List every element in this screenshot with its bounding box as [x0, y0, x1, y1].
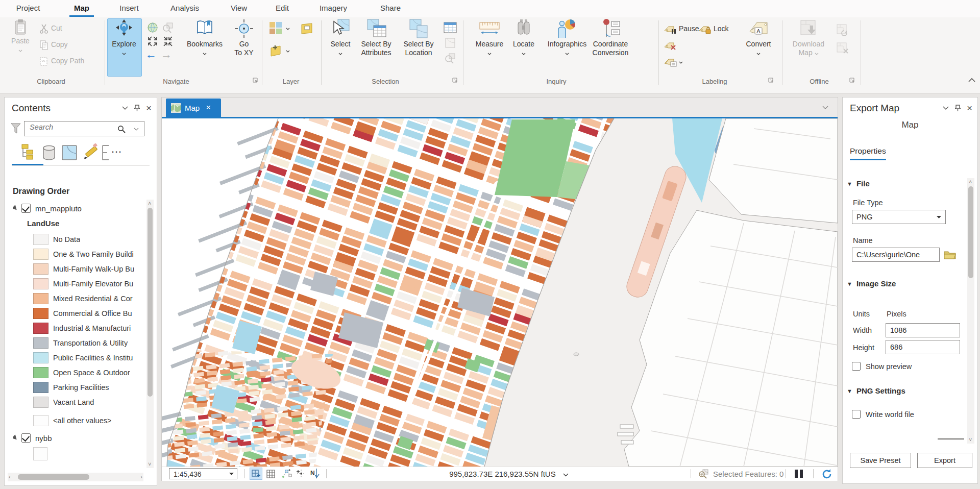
list-by-data-source-icon[interactable]: [40, 144, 58, 161]
go-to-xy-button[interactable]: GoTo XY: [230, 18, 258, 57]
fixed-zoom-in-icon[interactable]: [146, 36, 159, 47]
legend-item[interactable]: Parking Facilities: [13, 380, 143, 395]
legend-swatch[interactable]: [33, 308, 48, 319]
snap-edge-icon[interactable]: [296, 469, 306, 479]
export-panel-close-icon[interactable]: ×: [967, 105, 972, 111]
fixed-zoom-out-icon[interactable]: [162, 36, 174, 47]
legend-swatch[interactable]: [33, 382, 48, 393]
pause-drawing-button[interactable]: [795, 470, 803, 478]
ribbon-tab-analysis[interactable]: Analysis: [162, 0, 207, 17]
scroll-down-icon[interactable]: ˅: [969, 437, 972, 443]
layer-row-mappluto[interactable]: mn_mappluto: [13, 201, 143, 215]
scrollbar-thumb[interactable]: [148, 208, 153, 397]
coordinate-conversion-button[interactable]: CoordinateConversion: [587, 18, 634, 57]
legend-swatch[interactable]: [33, 278, 48, 289]
add-data-button[interactable]: [269, 44, 290, 57]
export-panel-menu-icon[interactable]: [943, 106, 949, 110]
labeling-dialog-launcher-icon[interactable]: [767, 77, 774, 84]
convert-labels-button[interactable]: A Convert: [741, 18, 776, 57]
scale-dropdown-icon[interactable]: [229, 473, 234, 476]
explore-button[interactable]: Explore: [107, 18, 141, 57]
scroll-up-icon[interactable]: ˄: [148, 201, 151, 206]
paste-dropdown-icon[interactable]: [18, 50, 22, 52]
ribbon-tab-project[interactable]: Project: [9, 0, 47, 17]
scrollbar-thumb[interactable]: [968, 186, 973, 278]
scroll-down-icon[interactable]: ˅: [148, 461, 151, 467]
legend-item[interactable]: <all other values>: [13, 413, 143, 428]
search-input[interactable]: [29, 123, 112, 132]
file-type-dropdown[interactable]: PNG: [852, 210, 946, 224]
pause-labeling-button[interactable]: Pause: [664, 23, 699, 35]
legend-item[interactable]: Industrial & Manufacturi: [13, 321, 143, 335]
explore-dropdown-icon[interactable]: [122, 53, 126, 55]
tab-properties[interactable]: Properties: [850, 146, 886, 160]
select-button[interactable]: Select: [326, 18, 355, 57]
basemap-dropdown-icon[interactable]: [286, 28, 290, 30]
north-arrow-icon[interactable]: N: [309, 468, 321, 479]
legend-item[interactable]: Vacant Land: [13, 395, 143, 409]
nybb-symbol-row[interactable]: [13, 446, 143, 462]
ribbon-tab-share[interactable]: Share: [373, 0, 408, 17]
save-preset-button[interactable]: Save Preset: [850, 453, 911, 468]
list-by-drawing-order-icon[interactable]: [19, 143, 36, 161]
scroll-right-icon[interactable]: ›: [140, 474, 142, 480]
collapse-layer-icon[interactable]: [13, 205, 18, 211]
contents-panel-menu-icon[interactable]: [122, 106, 128, 110]
legend-swatch[interactable]: [33, 397, 48, 408]
legend-item[interactable]: Mixed Residential & Cor: [13, 291, 143, 306]
select-dropdown-icon[interactable]: [338, 53, 342, 55]
layer-row-nybb[interactable]: nybb: [13, 430, 143, 446]
legend-item[interactable]: Public Facilities & Institu: [13, 350, 143, 365]
download-map-dropdown-icon[interactable]: [815, 53, 819, 55]
list-by-editing-icon[interactable]: [81, 143, 100, 162]
legend-item[interactable]: Open Space & Outdoor: [13, 365, 143, 380]
layout-pane-toggle[interactable]: [250, 468, 262, 480]
scrollbar-thumb[interactable]: [18, 474, 89, 480]
ribbon-tab-view[interactable]: View: [223, 0, 255, 17]
measure-button[interactable]: Measure: [472, 18, 507, 57]
legend-swatch[interactable]: [33, 249, 48, 260]
selected-features-status[interactable]: Selected Features: 0: [713, 467, 783, 481]
tab-strip-menu-icon[interactable]: [822, 106, 828, 109]
legend-swatch[interactable]: [33, 293, 48, 304]
selection-dialog-launcher-icon[interactable]: [451, 77, 458, 84]
scale-combobox[interactable]: 1:45,436: [169, 468, 237, 479]
contents-more-tabs-icon[interactable]: …: [111, 142, 123, 156]
infographics-button[interactable]: Infographics: [542, 18, 592, 57]
coordinates-readout[interactable]: 995,823.73E 216,923.55N ftUS: [407, 467, 611, 481]
previous-extent-icon[interactable]: ←: [145, 49, 157, 60]
ribbon-tab-insert[interactable]: Insert: [110, 0, 149, 17]
filter-icon[interactable]: [11, 123, 21, 134]
delete-labels-icon[interactable]: [664, 40, 677, 51]
next-extent-icon[interactable]: →: [161, 49, 172, 60]
write-world-file-row[interactable]: Write world file: [852, 410, 914, 419]
selection-zoom-icon[interactable]: [698, 469, 708, 479]
scroll-left-icon[interactable]: ‹: [9, 474, 11, 480]
convert-dropdown-icon[interactable]: [756, 53, 761, 55]
collapse-layer-icon[interactable]: [13, 434, 18, 441]
browse-folder-icon[interactable]: [944, 250, 956, 260]
contents-vertical-scrollbar[interactable]: ˄ ˅: [146, 200, 154, 468]
legend-swatch[interactable]: [33, 415, 48, 426]
navigate-dialog-launcher-icon[interactable]: [252, 77, 259, 84]
label-properties-dropdown-icon[interactable]: [679, 61, 683, 64]
locate-dropdown-icon[interactable]: [522, 53, 526, 55]
notes-icon[interactable]: [300, 21, 313, 35]
scroll-up-icon[interactable]: ˄: [969, 179, 972, 185]
show-preview-checkbox[interactable]: [852, 362, 861, 371]
collapse-ribbon-icon[interactable]: [968, 78, 976, 83]
cut-button[interactable]: Cut: [39, 23, 62, 34]
list-by-selection-icon[interactable]: [61, 144, 78, 161]
layer-nybb-checkbox[interactable]: [21, 433, 31, 443]
full-extent-icon[interactable]: [146, 21, 159, 34]
download-map-button[interactable]: DownloadMap: [789, 18, 828, 57]
export-vertical-scrollbar[interactable]: ˄ ˅: [967, 178, 974, 444]
basemap-button[interactable]: [269, 21, 290, 35]
legend-item[interactable]: Transportation & Utility: [13, 335, 143, 350]
image-size-section-header[interactable]: ▼Image Size: [847, 279, 896, 288]
attribute-table-icon[interactable]: [443, 21, 457, 34]
height-input[interactable]: [886, 340, 960, 354]
png-settings-section-header[interactable]: ▼PNG Settings: [847, 386, 905, 395]
bookmarks-dropdown-icon[interactable]: [203, 53, 207, 55]
contents-horizontal-scrollbar[interactable]: ‹ ›: [8, 473, 143, 481]
